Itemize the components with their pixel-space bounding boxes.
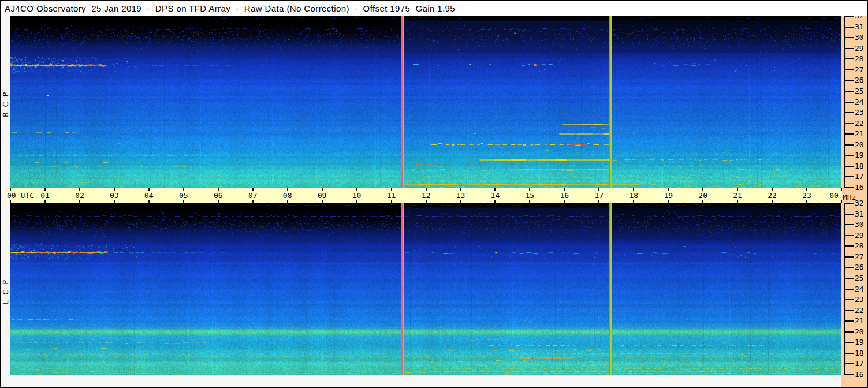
app-window: AJ4CO Observatory 25 Jan 2019 - DPS on T…	[0, 0, 868, 388]
frequency-label: 26	[855, 263, 867, 272]
frequency-label: 19	[855, 151, 867, 160]
frequency-tick	[844, 166, 854, 167]
frequency-label: 26	[855, 76, 867, 85]
frequency-label: 27	[855, 252, 867, 262]
time-label: 13	[452, 191, 469, 200]
frequency-tick	[844, 123, 854, 124]
frequency-tick	[844, 80, 854, 81]
time-tick	[44, 200, 46, 203]
frequency-label: 17	[855, 172, 867, 181]
frequency-label: 29	[855, 44, 867, 53]
frequency-label: 23	[855, 108, 867, 117]
frequency-tick	[844, 16, 854, 17]
time-tick	[598, 200, 599, 203]
time-tick	[806, 200, 807, 203]
frequency-tick	[844, 278, 854, 279]
frequency-tick	[844, 363, 854, 364]
frequency-label: 17	[855, 359, 867, 368]
time-label: 14	[486, 191, 504, 200]
frequency-label: 19	[855, 338, 867, 347]
frequency-axis: 3231302928272625242322212019181716323130…	[841, 15, 867, 387]
frequency-tick	[844, 133, 854, 135]
time-tick	[564, 200, 565, 203]
time-tick	[529, 200, 530, 203]
time-tick	[114, 200, 115, 203]
time-label: 15	[521, 191, 538, 200]
frequency-tick	[844, 144, 854, 146]
time-label: 04	[140, 191, 158, 200]
frequency-tick	[844, 289, 854, 290]
frequency-label: 16	[855, 370, 867, 379]
time-label: 01	[36, 191, 54, 200]
time-label: 12	[418, 191, 435, 200]
frequency-tick	[844, 37, 854, 38]
time-tick	[148, 200, 150, 203]
frequency-label: 31	[855, 210, 867, 219]
frequency-tick	[844, 187, 854, 188]
time-label: 02	[71, 191, 88, 200]
time-label: 21	[729, 191, 746, 200]
time-tick	[10, 200, 11, 203]
time-tick	[426, 200, 427, 203]
time-tick	[322, 200, 323, 203]
time-label: 20	[694, 191, 711, 200]
time-tick	[391, 200, 392, 203]
frequency-tick	[844, 235, 854, 236]
time-label: 18	[625, 191, 642, 200]
time-axis: 00 UTC0102030405060708091011121314151617…	[5, 188, 842, 203]
time-tick	[633, 200, 634, 203]
frequency-label: 29	[855, 231, 867, 240]
frequency-label: 24	[855, 98, 867, 107]
frequency-label: 23	[855, 295, 867, 304]
time-tick	[772, 200, 773, 203]
time-label: 10	[348, 191, 366, 200]
time-label: 00	[825, 191, 843, 200]
time-tick	[494, 200, 496, 203]
frequency-label: 16	[855, 183, 867, 192]
frequency-label: 21	[855, 129, 867, 139]
time-tick	[218, 200, 219, 203]
time-label: 22	[763, 191, 781, 200]
frequency-label: 24	[855, 285, 867, 294]
frequency-label: 27	[855, 65, 867, 74]
frequency-tick	[844, 112, 854, 113]
frequency-tick	[844, 176, 854, 177]
frequency-label: 25	[855, 274, 867, 283]
frequency-tick	[844, 245, 854, 247]
lcp-panel-label: LCP	[1, 203, 10, 375]
frequency-label: 21	[855, 316, 867, 326]
time-tick	[702, 200, 703, 203]
frequency-tick	[844, 320, 854, 322]
frequency-label: 22	[855, 119, 867, 128]
time-label: 09	[314, 191, 331, 200]
title-bar: AJ4CO Observatory 25 Jan 2019 - DPS on T…	[1, 1, 867, 16]
frequency-label: 28	[855, 241, 867, 251]
frequency-label: 20	[855, 327, 867, 337]
frequency-tick	[844, 48, 854, 49]
frequency-label: 28	[855, 54, 867, 64]
frequency-label: 18	[855, 349, 867, 358]
rcp-panel-label: RCP	[1, 16, 10, 188]
frequency-tick	[844, 299, 854, 300]
time-label: 23	[798, 191, 815, 200]
frequency-label: 20	[855, 140, 867, 150]
frequency-unit-label: MHz	[843, 193, 867, 202]
time-tick	[183, 200, 184, 203]
frequency-label: 31	[855, 23, 867, 32]
time-tick	[460, 200, 461, 203]
rcp-spectrogram	[10, 16, 841, 188]
time-label: 08	[279, 191, 296, 200]
frequency-tick	[844, 256, 854, 258]
frequency-tick	[844, 267, 854, 268]
time-tick	[252, 200, 254, 203]
lcp-spectrogram	[10, 203, 841, 375]
frequency-tick	[844, 374, 854, 375]
time-label: 07	[244, 191, 262, 200]
frequency-tick	[844, 224, 854, 225]
frequency-tick	[844, 27, 854, 28]
window-title: AJ4CO Observatory 25 Jan 2019 - DPS on T…	[1, 3, 455, 13]
frequency-tick	[844, 155, 854, 156]
time-tick	[79, 200, 80, 203]
time-tick	[287, 200, 288, 203]
time-label: 00 UTC	[7, 191, 34, 200]
